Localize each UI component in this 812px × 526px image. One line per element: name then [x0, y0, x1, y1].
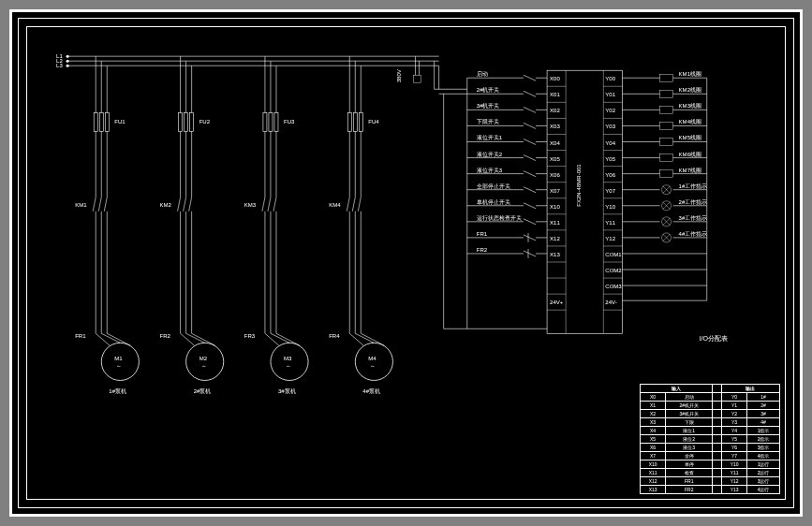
svg-text:COM3: COM3	[605, 284, 622, 289]
svg-text:Y00: Y00	[605, 76, 615, 81]
svg-line-54	[192, 333, 215, 345]
svg-line-53	[186, 333, 205, 343]
svg-text:Y01: Y01	[605, 92, 615, 97]
svg-text:2#工作指示: 2#工作指示	[679, 199, 708, 205]
svg-text:2#泵机: 2#泵机	[194, 388, 212, 394]
svg-rect-85	[353, 112, 357, 131]
svg-line-41	[178, 197, 181, 212]
svg-text:KM7线圈: KM7线圈	[679, 168, 701, 173]
svg-text:Y02: Y02	[605, 108, 615, 113]
svg-text:Y07: Y07	[605, 188, 615, 194]
svg-line-43	[189, 197, 192, 212]
svg-line-177	[524, 75, 536, 80]
svg-text:M3: M3	[284, 356, 292, 361]
svg-text:单机停止开关: 单机停止开关	[477, 198, 510, 205]
table-row: X5液位2Y52指示	[641, 435, 780, 444]
label-l3: L3	[56, 63, 63, 68]
plc-output-rows: Y00 Y01 Y02 Y03 Y04 Y05 Y06 Y07 Y10 Y11 …	[603, 76, 622, 310]
svg-text:FR2: FR2	[159, 333, 170, 339]
svg-point-4	[66, 60, 69, 63]
svg-line-42	[184, 197, 186, 212]
svg-text:KM5线圈: KM5线圈	[679, 135, 701, 140]
svg-rect-237	[660, 122, 673, 129]
svg-line-213	[524, 219, 536, 225]
svg-text:Y03: Y03	[605, 124, 615, 129]
svg-line-205	[524, 187, 536, 193]
svg-text:FX2N-48MR-001: FX2N-48MR-001	[576, 164, 582, 207]
table-row: X0启动Y01#	[641, 393, 780, 402]
svg-rect-225	[660, 74, 673, 81]
svg-text:M1: M1	[114, 356, 123, 361]
table-row: X13FR2Y134运行	[641, 486, 780, 494]
svg-text:Y11: Y11	[605, 220, 615, 226]
svg-text:KM2线圈: KM2线圈	[679, 87, 701, 93]
svg-line-29	[107, 333, 130, 345]
plc-input-rows: X00 X01 X02 X03 X04 X05 X06 X07 X10 X11 …	[547, 76, 566, 310]
svg-text:FR3: FR3	[244, 333, 256, 339]
svg-text:FR1: FR1	[75, 333, 86, 339]
svg-text:KM4: KM4	[329, 202, 341, 208]
svg-text:Y10: Y10	[605, 204, 615, 210]
svg-text:X04: X04	[550, 140, 560, 146]
svg-text:～: ～	[201, 363, 207, 369]
svg-text:X02: X02	[550, 108, 560, 113]
svg-text:Y06: Y06	[605, 172, 615, 178]
svg-text:FU2: FU2	[199, 119, 211, 124]
svg-text:380V: 380V	[396, 69, 402, 82]
svg-text:FU4: FU4	[368, 119, 379, 124]
svg-text:KM3线圈: KM3线圈	[679, 103, 701, 109]
table-row: X3下限Y34#	[641, 418, 780, 427]
svg-line-102	[349, 333, 363, 345]
svg-rect-59	[263, 112, 267, 131]
svg-line-66	[262, 197, 265, 212]
svg-line-201	[524, 171, 536, 177]
svg-line-93	[358, 197, 361, 212]
svg-rect-34	[179, 112, 183, 131]
motor-branch-4: FU4 KM4 FR4 M4 ～ 4#泵机	[329, 56, 392, 393]
svg-line-104	[361, 333, 384, 345]
svg-line-103	[355, 333, 374, 343]
svg-line-28	[101, 333, 120, 343]
motor-branch-1: FU1 KM1 FR1 M1 ～	[75, 56, 139, 393]
svg-text:Y12: Y12	[605, 236, 615, 241]
svg-text:FR4: FR4	[329, 333, 340, 339]
svg-text:液位开关3: 液位开关3	[477, 167, 503, 173]
svg-point-49	[186, 343, 224, 380]
svg-text:～: ～	[370, 363, 376, 369]
svg-text:X00: X00	[550, 76, 560, 81]
svg-rect-9	[94, 112, 97, 131]
svg-text:3#机开关: 3#机开关	[477, 102, 500, 109]
svg-line-91	[347, 197, 349, 212]
outer-frame: L1 L2 L3 FU1	[9, 9, 803, 517]
io-header-input: 输入	[641, 385, 713, 393]
svg-text:KM1线圈: KM1线圈	[679, 71, 701, 77]
table-row: X10单停Y101运行	[641, 460, 780, 469]
svg-text:启动: 启动	[477, 70, 488, 77]
svg-line-78	[271, 333, 289, 343]
svg-text:KM1: KM1	[75, 202, 87, 208]
table-row: X23#机开关Y23#	[641, 410, 780, 418]
transformer: 380V	[396, 56, 466, 94]
inner-frame: L1 L2 L3 FU1	[18, 18, 794, 508]
svg-rect-36	[190, 112, 194, 131]
svg-text:X11: X11	[550, 220, 560, 226]
svg-text:M4: M4	[368, 356, 376, 361]
svg-line-17	[98, 197, 101, 212]
svg-text:Y05: Y05	[605, 156, 615, 162]
motor-branch-2: FU2 KM2 FR2 M2 ～ 2#泵机	[159, 56, 223, 393]
motor-branch-3: FU3 KM3 FR3 M3 ～ 3#泵机	[244, 56, 308, 393]
svg-rect-10	[99, 112, 103, 131]
svg-text:M2: M2	[199, 356, 208, 361]
svg-line-79	[276, 333, 300, 345]
svg-rect-249	[660, 170, 673, 178]
svg-line-197	[524, 155, 536, 161]
svg-text:1#泵机: 1#泵机	[109, 388, 126, 394]
svg-text:1#工作指示: 1#工作指示	[679, 183, 708, 189]
svg-text:KM4线圈: KM4线圈	[679, 119, 701, 124]
svg-rect-229	[660, 90, 673, 97]
svg-text:4#泵机: 4#泵机	[362, 388, 380, 394]
svg-text:～: ～	[116, 363, 122, 369]
svg-line-92	[352, 197, 355, 212]
svg-point-99	[355, 343, 392, 380]
svg-text:全部停止开关: 全部停止开关	[477, 183, 510, 189]
